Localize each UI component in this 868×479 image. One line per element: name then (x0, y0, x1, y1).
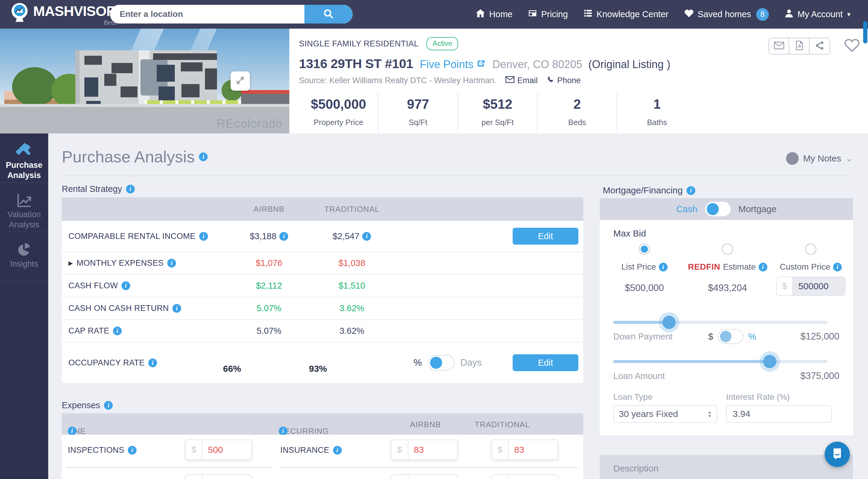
percent-days-toggle[interactable] (428, 355, 455, 371)
heart-icon (684, 9, 694, 20)
status-badge: Active (427, 37, 458, 50)
favorite-heart-button[interactable] (843, 36, 861, 54)
description-label: Description (613, 463, 658, 474)
down-payment-slider (613, 321, 828, 324)
phone-agent-link[interactable]: Phone (547, 75, 581, 86)
insurance-airbnb-input-group: $ (391, 440, 458, 460)
listing-source: Source: Keller Williams Realty DTC - Wes… (299, 76, 496, 85)
sidebar-item-insights[interactable]: Insights (0, 232, 48, 282)
info-icon[interactable] (333, 446, 342, 455)
dollar-prefix: $ (185, 475, 202, 479)
sidebar-item-label: Insights (0, 259, 48, 269)
info-icon[interactable] (68, 426, 76, 435)
loan-type-select[interactable]: 30 years Fixed ▲▼ (613, 405, 717, 423)
info-icon[interactable] (173, 304, 181, 313)
property-photo[interactable]: REcolorado (0, 29, 289, 133)
list-price-value: $500,000 (625, 278, 664, 298)
tree (12, 67, 57, 106)
pdf-export-button[interactable] (789, 38, 809, 54)
description-section[interactable]: Description (600, 455, 853, 479)
sidebar-item-valuation-analysis[interactable]: Valuation Analysis (0, 183, 48, 232)
insurance-label: INSURANCE (280, 446, 342, 455)
divider (62, 175, 853, 176)
list-price-radio[interactable] (639, 244, 650, 255)
property-city: Denver, CO 80205 (493, 58, 582, 71)
stat-property-price: $500,000Property Price (299, 93, 378, 133)
loan-amount-label: Loan Amount (613, 371, 665, 381)
expenses-table: ONE TIME STARTUP COSTS RECURRING AIRBNB … (62, 413, 583, 479)
info-icon[interactable] (279, 232, 288, 241)
nav-saved-homes[interactable]: Saved homes 8 (684, 8, 769, 21)
info-icon[interactable] (687, 186, 695, 195)
external-link-icon (476, 58, 485, 71)
interest-rate-input[interactable] (727, 406, 831, 422)
rehab-costs-input[interactable] (202, 475, 252, 479)
info-icon[interactable] (104, 401, 113, 410)
nav-home[interactable]: Home (475, 8, 513, 20)
search-input[interactable] (110, 5, 304, 24)
inspections-input[interactable] (202, 440, 252, 460)
inspections-input-group: $ (185, 440, 252, 460)
dollar-percent-toggle[interactable] (718, 329, 743, 344)
expand-photo-button[interactable] (230, 71, 250, 91)
cash-label[interactable]: Cash (676, 204, 698, 214)
nav-pricing[interactable]: Pricing (528, 9, 568, 20)
email-agent-link[interactable]: Email (505, 76, 538, 85)
redfin-estimate-radio[interactable] (722, 244, 733, 255)
info-icon[interactable] (362, 232, 371, 241)
custom-price-radio[interactable] (805, 244, 816, 255)
listing-note: (Original Listing ) (588, 58, 670, 71)
main-content: Purchase Analysis My Notes ⌄ Rental Stra… (48, 133, 868, 479)
neighborhood-link[interactable]: Five Points (420, 58, 485, 71)
insurance-traditional-input-group: $ (491, 440, 558, 460)
info-icon[interactable] (279, 426, 287, 435)
toggle-knob (430, 357, 442, 369)
info-icon[interactable] (833, 263, 842, 272)
insurance-traditional-input[interactable] (508, 440, 558, 460)
info-icon[interactable] (121, 281, 130, 290)
property-header: REcolorado SINGLE FAMILY RESIDENTIAL Act… (0, 29, 868, 133)
nav-my-account[interactable]: My Account ▾ (784, 8, 850, 20)
my-notes-dropdown[interactable]: My Notes ⌄ (786, 152, 852, 165)
property-address: 1316 29TH ST #101 (299, 56, 413, 71)
email-listing-button[interactable] (769, 38, 789, 54)
toggle-knob (720, 331, 732, 342)
info-icon[interactable] (126, 185, 135, 193)
property-stats: $500,000Property Price 977Sq/Ft $512per … (299, 93, 697, 133)
sidebar-item-purchase-analysis[interactable]: Purchase Analysis (0, 133, 48, 183)
cash-mortgage-toggle[interactable] (705, 201, 731, 217)
share-icon-button[interactable] (809, 38, 830, 54)
info-icon[interactable] (199, 153, 208, 161)
expand-caret-icon[interactable]: ▶ (68, 260, 73, 266)
info-icon[interactable] (199, 232, 208, 241)
slider-handle[interactable] (763, 355, 776, 368)
nav-knowledge-center[interactable]: Knowledge Center (584, 9, 669, 20)
share-actions (769, 38, 830, 55)
mortgage-label[interactable]: Mortgage (738, 204, 777, 214)
table-row-cap-rate: CAP RATE 5.07% 3.62% (62, 319, 583, 342)
rental-strategy-heading: Rental Strategy (62, 184, 135, 194)
info-icon[interactable] (148, 358, 157, 367)
mashvisor-pin-icon (10, 2, 29, 27)
custom-price-input[interactable] (793, 277, 845, 295)
custom-price-input-group: $ (776, 277, 845, 296)
chat-launcher-button[interactable] (825, 442, 850, 467)
scrollbar-thumb[interactable] (863, 21, 867, 43)
location-search (110, 5, 352, 24)
brand-logo[interactable]: MASHVISOR Beta (10, 2, 116, 27)
info-icon[interactable] (128, 446, 136, 455)
chevron-down-icon: ⌄ (846, 154, 852, 163)
table-row-cash-on-cash-return: CASH ON CASH RETURN 5.07% 3.62% (62, 297, 583, 319)
edit-occupancy-button[interactable]: Edit (513, 354, 578, 371)
info-icon[interactable] (167, 259, 176, 267)
utilities-airbnb-input[interactable] (408, 475, 458, 479)
insurance-airbnb-input[interactable] (408, 440, 458, 460)
search-button[interactable] (304, 5, 352, 24)
edit-rental-income-button[interactable]: Edit (513, 228, 578, 245)
slider-handle[interactable] (662, 316, 676, 329)
info-icon[interactable] (113, 326, 122, 335)
info-icon[interactable] (659, 263, 668, 272)
table-row-monthly-expenses[interactable]: ▶MONTHLY EXPENSES $1,076 $1,038 (62, 252, 583, 274)
utilities-traditional-input[interactable] (508, 475, 558, 479)
info-icon[interactable] (758, 263, 767, 272)
